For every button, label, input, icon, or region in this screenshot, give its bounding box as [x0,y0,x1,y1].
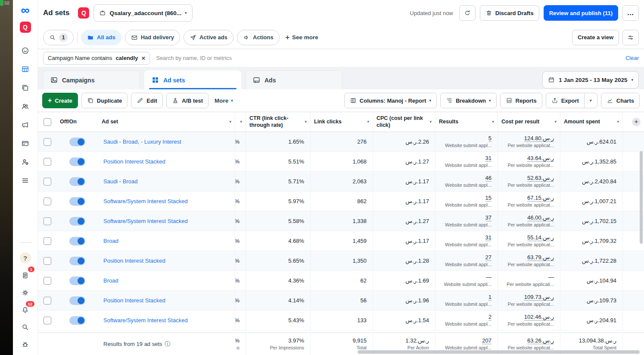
ad-set-toggle[interactable] [69,157,85,166]
pages-icon[interactable] [20,82,31,93]
cost-per-result-value[interactable]: ر.س.67.15 [527,195,554,202]
columns-button[interactable]: Columns: Manoj - Report ▾ [344,93,437,108]
row-checkbox[interactable] [44,198,51,205]
results-value[interactable]: 31 [485,155,492,162]
results-value[interactable]: 31 [485,235,492,242]
search-input[interactable] [156,55,619,61]
select-all-checkbox[interactable] [44,118,51,126]
row-checkbox[interactable] [44,317,51,324]
filter-active-ads[interactable]: Active ads [184,30,233,45]
search-filter-pill[interactable]: 1 [43,30,74,45]
duplicate-button[interactable]: Duplicate [81,93,128,108]
ad-set-name-link[interactable]: Position Interest Stacked [103,297,165,304]
charts-button[interactable]: Charts [601,93,640,108]
edit-button[interactable]: Edit [131,93,163,108]
column-clipped[interactable]: ▾ [235,112,246,132]
ad-set-name-link[interactable]: Position Interest Stacked [103,158,165,165]
help-icon[interactable]: ? [20,252,31,264]
results-value[interactable]: 37 [485,215,492,222]
column-results[interactable]: Results▾ [436,112,498,132]
ad-set-toggle[interactable] [69,296,85,305]
account-overview-icon[interactable] [20,45,31,56]
ad-set-name-link[interactable]: Software/System Interest Stacked [103,218,188,224]
results-value[interactable]: 2 [488,314,492,321]
ab-test-button[interactable]: A/B test [166,93,208,108]
advertising-megaphone-icon[interactable] [20,119,31,130]
tab-campaigns[interactable]: Campaigns [43,70,140,89]
cost-per-result-value[interactable]: ر.س.52.63 [527,175,554,182]
column-link-clicks[interactable]: Link clicks▾ [311,112,373,132]
ad-set-toggle[interactable] [69,237,85,245]
billing-card-icon[interactable] [20,138,31,149]
cost-per-result-value[interactable]: ر.س.55.14 [527,235,554,242]
row-checkbox[interactable] [44,297,51,305]
column-ad-set[interactable]: Ad set▾ [98,112,235,132]
create-view-button[interactable]: Create a view [572,30,619,45]
horizontal-scrollbar[interactable] [358,350,640,354]
create-button[interactable]: + Create [42,93,78,108]
results-value[interactable]: 15 [485,195,492,202]
business-avatar[interactable]: Q [20,22,31,33]
row-checkbox[interactable] [44,257,51,265]
ad-set-toggle[interactable] [69,138,85,146]
ad-set-toggle[interactable] [69,177,85,186]
view-settings-button[interactable] [622,30,639,45]
updates-docs-icon[interactable]: 1 [20,270,31,281]
ad-set-name-link[interactable]: Broad [103,277,118,284]
notifications-bell-icon[interactable]: 12 [20,304,31,315]
filter-actions[interactable]: Actions [237,30,280,45]
results-value[interactable]: 27 [485,254,492,261]
cost-per-result-value[interactable]: ر.س.102.46 [524,314,554,321]
column-ctr[interactable]: CTR (link click-through rate)▾ [246,112,311,132]
more-menu-button[interactable]: More ▾ [212,97,236,104]
ad-set-name-link[interactable]: Saudi - Broad [103,178,138,185]
ad-set-toggle[interactable] [69,217,85,226]
ad-set-toggle[interactable] [69,257,85,265]
add-column-button[interactable]: + [632,118,641,126]
account-selector[interactable]: Qsalary_adaccount (860... ▾ [93,4,192,22]
settings-gear-icon[interactable] [20,287,31,298]
ad-set-toggle[interactable] [69,197,85,206]
meta-logo-icon[interactable]: ∞ [21,4,30,16]
review-publish-button[interactable]: Review and publish (11) [544,5,618,21]
ad-set-toggle[interactable] [69,316,85,325]
results-value[interactable]: 46 [485,175,492,182]
row-checkbox[interactable] [44,237,51,245]
refresh-button[interactable] [459,5,476,21]
discard-drafts-button[interactable]: Discard Drafts [480,5,539,21]
breakdown-button[interactable]: Breakdown ▾ [440,93,497,108]
campaigns-table-icon[interactable] [20,63,31,75]
ad-set-name-link[interactable]: Broad [103,238,118,244]
column-amount-spent[interactable]: Amount spent▾ [560,112,623,132]
vertical-scrollbar[interactable] [640,151,643,244]
all-tools-menu-icon[interactable] [20,175,31,186]
row-checkbox[interactable] [44,277,51,285]
search-icon[interactable] [20,321,31,333]
see-more-button[interactable]: + See more [283,34,321,41]
row-checkbox[interactable] [44,138,51,146]
tab-ad-sets[interactable]: Ad sets [144,70,241,89]
filter-chip[interactable]: Campaign Name contains calendly × [43,52,150,65]
cost-per-result-value[interactable]: ر.س.43.64 [527,155,554,162]
filter-had-delivery[interactable]: Had delivery [125,30,180,45]
tab-ads[interactable]: Ads [246,70,342,89]
filter-all-ads[interactable]: All ads [81,30,121,45]
ad-set-name-link[interactable]: Saudi - Broad, - Luxury Interest [103,138,181,145]
column-cost-per-result[interactable]: Cost per result▾ [498,112,560,132]
date-range-picker[interactable]: 1 Jan 2025 - 13 May 2025 ▾ [542,71,639,88]
cost-per-result-value[interactable]: ر.س.124.80 [524,135,554,142]
results-value[interactable]: 1 [488,294,492,301]
export-caret-button[interactable]: ▾ [585,93,597,108]
ad-set-toggle[interactable] [69,276,85,285]
row-checkbox[interactable] [44,217,51,225]
cost-per-result-value[interactable]: ر.س.46.00 [527,215,554,222]
ad-set-name-link[interactable]: Software/System Interest Stacked [103,317,188,324]
row-checkbox[interactable] [44,158,51,166]
ad-set-name-link[interactable]: Position Interest Stacked [103,258,165,264]
more-options-button[interactable]: … [622,5,639,21]
bug-report-icon[interactable] [20,339,31,350]
account-settings-icon[interactable] [20,156,31,167]
ad-set-name-link[interactable]: Software/System Interest Stacked [103,198,188,204]
cost-per-result-value[interactable]: ر.س.63.79 [527,254,554,261]
cost-per-result-value[interactable]: ر.س.109.73 [524,294,554,301]
